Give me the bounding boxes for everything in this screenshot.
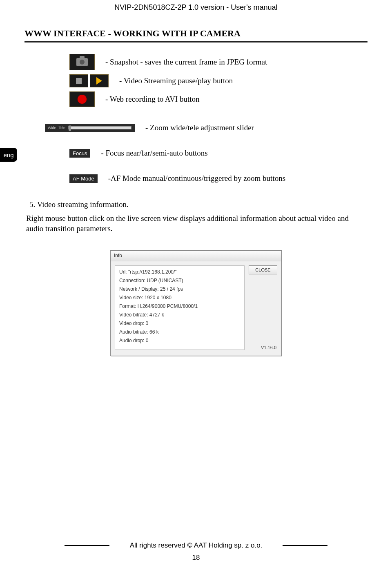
section-title: WWW INTERFACE - WORKING WITH IP CAMERA	[24, 28, 368, 39]
footer-rule-right	[283, 545, 327, 546]
focus-desc: - Focus near/far/semi-auto buttons	[101, 149, 207, 158]
stop-icon	[69, 74, 88, 87]
item5-text: Right mouse button click on the live scr…	[26, 213, 368, 234]
info-dialog: Info Url: "rtsp://192.168.1.200/" Connec…	[110, 250, 282, 356]
pauseplay-desc: - Video Streaming pause/play button	[119, 76, 233, 85]
info-panel: Url: "rtsp://192.168.1.200/" Connection:…	[115, 265, 245, 350]
info-netdisp: Network / Display: 25 / 24 fps	[119, 286, 240, 292]
zoom-thumb[interactable]	[69, 125, 71, 131]
language-tab: eng	[0, 148, 17, 162]
version-text: V1.16.0	[249, 345, 277, 350]
info-format: Format: H.264/90000 PCMU/8000/1	[119, 303, 240, 309]
info-abitrate: Audio bitrate: 66 k	[119, 329, 240, 335]
record-desc: - Web recording to AVI button	[105, 95, 200, 104]
play-icon	[90, 74, 109, 87]
snapshot-icon	[69, 54, 95, 70]
record-icon	[69, 91, 95, 107]
close-button[interactable]: CLOSE	[249, 265, 277, 274]
afmode-desc: -AF Mode manual/continuous/triggered by …	[108, 174, 285, 183]
zoom-track[interactable]	[68, 126, 131, 129]
info-connection: Connection: UDP (UNICAST)	[119, 278, 240, 283]
footer-rights: All rights reserved © AAT Holding sp. z …	[109, 541, 283, 550]
zoom-desc: - Zoom wide/tele adjustment slider	[145, 123, 254, 132]
info-url: Url: "rtsp://192.168.1.200/"	[119, 269, 240, 275]
section-divider	[24, 41, 368, 42]
zoom-wide-label: Wide	[47, 126, 58, 130]
doc-header-title: NVIP-2DN5018CZ-2P 1.0 version - User's m…	[24, 3, 368, 12]
info-titlebar: Info	[111, 251, 281, 261]
item5-title: 5. Video streaming information.	[29, 199, 368, 210]
info-vdrop: Video drop: 0	[119, 321, 240, 326]
zoom-slider[interactable]: Wide Tele	[45, 124, 135, 132]
focus-label-icon: Focus	[69, 149, 90, 158]
zoom-tele-label: Tele	[58, 126, 67, 130]
snapshot-desc: - Snapshot - saves the current frame in …	[105, 58, 267, 67]
footer-rule-left	[65, 545, 109, 546]
info-videosize: Video size: 1920 x 1080	[119, 295, 240, 301]
page-number: 18	[0, 554, 392, 562]
info-adrop: Audio drop: 0	[119, 338, 240, 343]
afmode-label-icon: AF Mode	[69, 174, 98, 183]
info-vbitrate: Video bitrate: 4727 k	[119, 312, 240, 318]
